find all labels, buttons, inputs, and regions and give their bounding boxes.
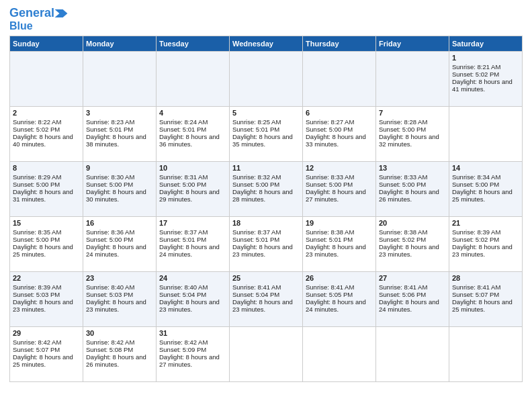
calendar-cell-day-31: 31Sunrise: 8:42 AMSunset: 5:09 PMDayligh…: [157, 327, 230, 382]
calendar-cell-day-24: 24Sunrise: 8:40 AMSunset: 5:04 PMDayligh…: [157, 272, 230, 327]
empty-cell: [376, 327, 449, 382]
calendar-cell-day-1: 1Sunrise: 8:21 AMSunset: 5:02 PMDaylight…: [449, 52, 523, 107]
col-header-thursday: Thursday: [303, 36, 376, 52]
calendar-cell-day-26: 26Sunrise: 8:41 AMSunset: 5:05 PMDayligh…: [303, 272, 376, 327]
calendar-cell-day-2: 2Sunrise: 8:22 AMSunset: 5:02 PMDaylight…: [10, 107, 83, 162]
empty-cell: [230, 327, 303, 382]
logo-text: General: [9, 7, 54, 20]
calendar-week-row: 8Sunrise: 8:29 AMSunset: 5:00 PMDaylight…: [10, 162, 523, 217]
calendar-cell-day-5: 5Sunrise: 8:25 AMSunset: 5:01 PMDaylight…: [230, 107, 303, 162]
calendar-cell-day-9: 9Sunrise: 8:30 AMSunset: 5:00 PMDaylight…: [83, 162, 157, 217]
calendar-cell-day-17: 17Sunrise: 8:37 AMSunset: 5:01 PMDayligh…: [157, 217, 230, 272]
calendar-cell-day-7: 7Sunrise: 8:28 AMSunset: 5:00 PMDaylight…: [376, 107, 449, 162]
calendar-header-row: SundayMondayTuesdayWednesdayThursdayFrid…: [10, 36, 523, 52]
empty-cell: [449, 107, 523, 162]
calendar-cell-day-8: 8Sunrise: 8:29 AMSunset: 5:00 PMDaylight…: [10, 162, 83, 217]
logo-arrow-icon: [54, 9, 68, 17]
calendar-cell-day-22: 22Sunrise: 8:39 AMSunset: 5:03 PMDayligh…: [10, 272, 83, 327]
calendar-cell-day-20: 20Sunrise: 8:38 AMSunset: 5:02 PMDayligh…: [376, 217, 449, 272]
calendar-cell-day-27: 27Sunrise: 8:41 AMSunset: 5:06 PMDayligh…: [376, 272, 449, 327]
calendar-cell-day-18: 18Sunrise: 8:37 AMSunset: 5:01 PMDayligh…: [230, 217, 303, 272]
empty-cell: [230, 52, 303, 107]
calendar-week-row: 1Sunrise: 8:21 AMSunset: 5:02 PMDaylight…: [10, 52, 523, 107]
calendar-body: 1Sunrise: 8:21 AMSunset: 5:02 PMDaylight…: [10, 52, 523, 382]
calendar-week-row: 2Sunrise: 8:22 AMSunset: 5:02 PMDaylight…: [10, 107, 523, 162]
calendar-cell-day-10: 10Sunrise: 8:31 AMSunset: 5:00 PMDayligh…: [157, 162, 230, 217]
header: General Blue: [9, 7, 523, 32]
logo: General Blue: [9, 7, 68, 32]
col-header-sunday: Sunday: [10, 36, 83, 52]
empty-cell: [449, 327, 523, 382]
calendar-cell-day-28: 28Sunrise: 8:41 AMSunset: 5:07 PMDayligh…: [449, 272, 523, 327]
calendar-week-row: 22Sunrise: 8:39 AMSunset: 5:03 PMDayligh…: [10, 272, 523, 327]
calendar-cell-day-25: 25Sunrise: 8:41 AMSunset: 5:04 PMDayligh…: [230, 272, 303, 327]
calendar-cell-day-4: 4Sunrise: 8:24 AMSunset: 5:01 PMDaylight…: [157, 107, 230, 162]
calendar-cell-day-23: 23Sunrise: 8:40 AMSunset: 5:03 PMDayligh…: [83, 272, 157, 327]
calendar-week-row: 15Sunrise: 8:35 AMSunset: 5:00 PMDayligh…: [10, 217, 523, 272]
svg-marker-0: [55, 9, 68, 17]
empty-cell: [376, 52, 449, 107]
calendar-cell-day-29: 29Sunrise: 8:42 AMSunset: 5:07 PMDayligh…: [10, 327, 83, 382]
calendar-cell-day-14: 14Sunrise: 8:34 AMSunset: 5:00 PMDayligh…: [449, 162, 523, 217]
empty-cell: [303, 327, 376, 382]
calendar-cell-day-30: 30Sunrise: 8:42 AMSunset: 5:08 PMDayligh…: [83, 327, 157, 382]
calendar-cell-day-12: 12Sunrise: 8:33 AMSunset: 5:00 PMDayligh…: [303, 162, 376, 217]
col-header-tuesday: Tuesday: [157, 36, 230, 52]
empty-cell: [83, 52, 157, 107]
calendar-cell-day-21: 21Sunrise: 8:39 AMSunset: 5:02 PMDayligh…: [449, 217, 523, 272]
calendar-cell-day-6: 6Sunrise: 8:27 AMSunset: 5:00 PMDaylight…: [303, 107, 376, 162]
col-header-saturday: Saturday: [449, 36, 523, 52]
page-container: General Blue SundayMondayTuesdayWednesda…: [0, 0, 532, 389]
calendar-cell-day-11: 11Sunrise: 8:32 AMSunset: 5:00 PMDayligh…: [230, 162, 303, 217]
empty-cell: [303, 52, 376, 107]
calendar-table: SundayMondayTuesdayWednesdayThursdayFrid…: [9, 36, 523, 382]
calendar-cell-day-3: 3Sunrise: 8:23 AMSunset: 5:01 PMDaylight…: [83, 107, 157, 162]
col-header-friday: Friday: [376, 36, 449, 52]
empty-cell: [157, 52, 230, 107]
empty-cell: [10, 52, 83, 107]
calendar-cell-day-15: 15Sunrise: 8:35 AMSunset: 5:00 PMDayligh…: [10, 217, 83, 272]
calendar-week-row: 29Sunrise: 8:42 AMSunset: 5:07 PMDayligh…: [10, 327, 523, 382]
logo-blue-text: Blue: [9, 20, 33, 32]
col-header-wednesday: Wednesday: [230, 36, 303, 52]
col-header-monday: Monday: [83, 36, 157, 52]
calendar-cell-day-19: 19Sunrise: 8:38 AMSunset: 5:01 PMDayligh…: [303, 217, 376, 272]
calendar-cell-day-13: 13Sunrise: 8:33 AMSunset: 5:00 PMDayligh…: [376, 162, 449, 217]
calendar-cell-day-16: 16Sunrise: 8:36 AMSunset: 5:00 PMDayligh…: [83, 217, 157, 272]
